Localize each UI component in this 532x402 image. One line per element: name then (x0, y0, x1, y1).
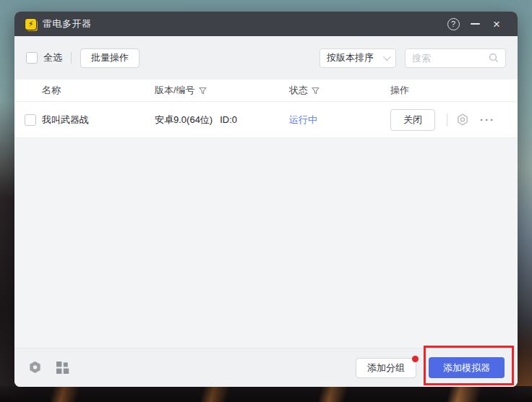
list-empty-area (14, 138, 518, 348)
search-input[interactable] (412, 53, 489, 64)
footer-bar: 添加分组 添加模拟器 (14, 348, 518, 387)
app-window: ⚡ 雷电多开器 ? × 全选 批量操作 按版本排序 (14, 12, 518, 387)
wallpaper-mountain (0, 386, 532, 402)
row-id: ID:0 (220, 114, 237, 125)
header-status: 状态 (289, 84, 390, 97)
help-icon: ? (447, 18, 460, 30)
row-version: 安卓9.0(64位) (155, 114, 213, 127)
close-button[interactable]: × (486, 13, 507, 35)
header-version: 版本/编号 (155, 84, 289, 97)
row-version-cell: 安卓9.0(64位) ID:0 (155, 114, 289, 127)
window-title: 雷电多开器 (43, 17, 92, 30)
sort-dropdown-value: 按版本排序 (327, 51, 383, 64)
version-filter-icon[interactable] (199, 87, 207, 95)
close-icon: × (493, 18, 500, 30)
app-logo-lightning-icon: ⚡ (25, 18, 37, 30)
grid-view-icon[interactable] (56, 361, 69, 375)
select-all-label: 全选 (43, 51, 62, 64)
search-icon (489, 53, 499, 63)
table-header-row: 名称 版本/编号 状态 操作 (14, 80, 518, 102)
chevron-down-icon (383, 53, 391, 61)
action-divider (447, 114, 447, 127)
toolbar-divider (71, 52, 72, 64)
notification-dot (412, 356, 419, 362)
stop-emulator-button[interactable]: 关闭 (390, 109, 435, 131)
add-emulator-button[interactable]: 添加模拟器 (429, 357, 505, 378)
minimize-button[interactable] (464, 13, 486, 35)
more-options-icon[interactable]: ··· (480, 114, 495, 126)
row-checkbox[interactable] (25, 114, 36, 126)
global-settings-icon[interactable] (27, 360, 43, 375)
help-button[interactable]: ? (442, 13, 464, 35)
header-action: 操作 (390, 84, 518, 97)
status-filter-icon[interactable] (312, 87, 319, 95)
titlebar[interactable]: ⚡ 雷电多开器 ? × (14, 12, 518, 36)
sort-dropdown[interactable]: 按版本排序 (319, 48, 396, 68)
row-status-cell: 运行中 (289, 114, 390, 127)
batch-operations-button[interactable]: 批量操作 (80, 48, 140, 68)
search-box[interactable] (405, 48, 506, 68)
select-all-checkbox[interactable] (26, 52, 38, 64)
toolbar: 全选 批量操作 按版本排序 (14, 36, 518, 80)
status-badge: 运行中 (289, 114, 317, 127)
emulator-row[interactable]: 我叫武器战 安卓9.0(64位) ID:0 运行中 关闭 ··· (14, 102, 518, 138)
row-settings-icon[interactable] (455, 113, 470, 127)
add-group-button[interactable]: 添加分组 (356, 358, 416, 378)
header-name: 名称 (14, 84, 155, 97)
minimize-icon (471, 23, 480, 25)
row-actions: 关闭 ··· (390, 109, 518, 131)
